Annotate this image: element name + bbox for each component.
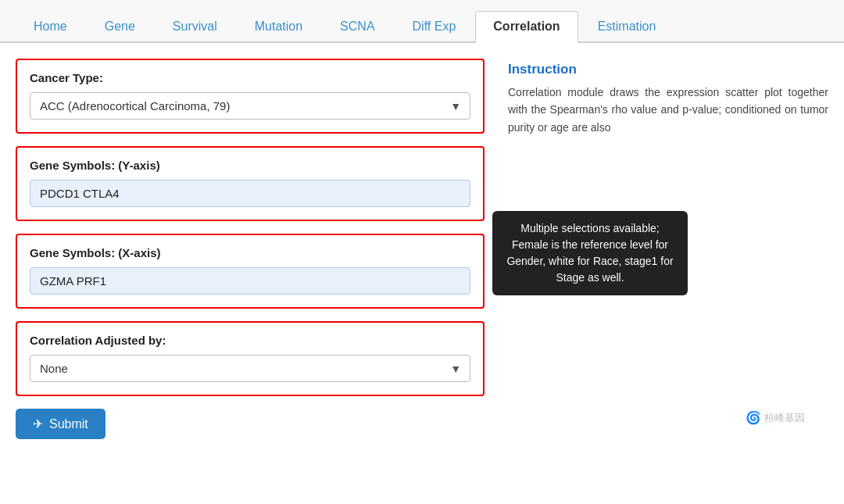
- right-panel: Instruction Correlation module draws the…: [508, 59, 828, 439]
- tab-estimation[interactable]: Estimation: [580, 11, 674, 41]
- tab-survival[interactable]: Survival: [155, 11, 235, 41]
- cancer-type-label: Cancer Type:: [30, 71, 470, 84]
- gene-x-section: Gene Symbols: (X-axis): [16, 234, 485, 309]
- tab-scna[interactable]: SCNA: [322, 11, 392, 41]
- tab-gene[interactable]: Gene: [87, 11, 153, 41]
- tab-home[interactable]: Home: [16, 11, 85, 41]
- tooltip-box: Multiple selections available; Female is…: [492, 211, 688, 295]
- watermark-icon: 🌀: [746, 410, 761, 425]
- cancer-type-section: Cancer Type: ACC (Adrenocortical Carcino…: [16, 59, 485, 134]
- gene-x-input[interactable]: [30, 267, 470, 295]
- gene-y-input[interactable]: [30, 180, 470, 207]
- instruction-text: Correlation module draws the expression …: [508, 84, 828, 136]
- send-icon: ✈: [33, 416, 43, 431]
- tab-diffexp[interactable]: Diff Exp: [395, 11, 474, 41]
- tab-correlation[interactable]: Correlation: [475, 11, 578, 43]
- tab-mutation[interactable]: Mutation: [237, 11, 320, 41]
- left-panel: Cancer Type: ACC (Adrenocortical Carcino…: [16, 59, 485, 439]
- main-content: Cancer Type: ACC (Adrenocortical Carcino…: [0, 43, 844, 455]
- gene-x-label: Gene Symbols: (X-axis): [30, 246, 470, 259]
- gene-y-label: Gene Symbols: (Y-axis): [30, 159, 470, 172]
- correlation-adjusted-dropdown-wrapper: None ▼: [30, 355, 470, 382]
- cancer-type-dropdown-wrapper: ACC (Adrenocortical Carcinoma, 79) ▼: [30, 92, 470, 120]
- correlation-adjusted-section: Correlation Adjusted by: None ▼: [16, 321, 485, 396]
- gene-y-section: Gene Symbols: (Y-axis): [16, 146, 485, 221]
- submit-label: Submit: [49, 417, 88, 431]
- cancer-type-select[interactable]: ACC (Adrenocortical Carcinoma, 79): [30, 92, 470, 120]
- correlation-adjusted-label: Correlation Adjusted by:: [30, 334, 470, 347]
- submit-button[interactable]: ✈ Submit: [16, 409, 106, 439]
- watermark: 🌀 桓峰基因: [746, 410, 805, 425]
- tooltip-text: Multiple selections available; Female is…: [506, 222, 673, 284]
- watermark-text: 桓峰基因: [764, 411, 805, 425]
- nav-tabs: Home Gene Survival Mutation SCNA Diff Ex…: [0, 0, 844, 43]
- instruction-title: Instruction: [508, 62, 828, 77]
- correlation-adjusted-select[interactable]: None: [30, 355, 470, 382]
